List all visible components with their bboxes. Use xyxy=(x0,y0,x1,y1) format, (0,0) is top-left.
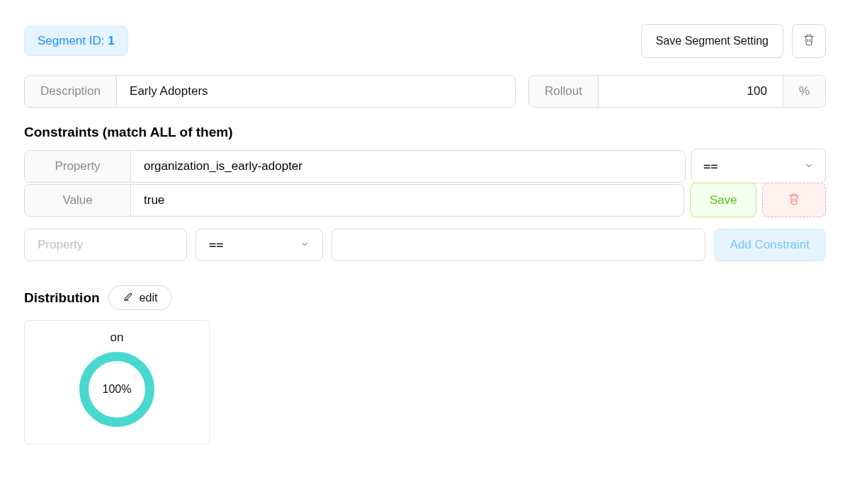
segment-id-number: 1 xyxy=(108,34,114,47)
constraint-operator-select[interactable]: == xyxy=(691,149,826,183)
save-segment-button[interactable]: Save Segment Setting xyxy=(641,24,783,58)
description-group: Description xyxy=(24,75,516,108)
edit-distribution-button[interactable]: edit xyxy=(108,285,173,310)
edit-icon xyxy=(123,291,134,304)
rollout-suffix: % xyxy=(783,76,825,107)
constraint-value-input[interactable] xyxy=(131,185,684,216)
rollout-label: Rollout xyxy=(529,76,599,107)
constraint-property-line: Property == xyxy=(24,149,826,183)
new-constraint-value-input[interactable] xyxy=(332,229,706,261)
rollout-input[interactable] xyxy=(599,76,783,107)
chevron-down-icon xyxy=(300,238,310,252)
trash-icon xyxy=(803,33,815,49)
header-row: Segment ID: 1 Save Segment Setting xyxy=(24,24,826,58)
delete-segment-button[interactable] xyxy=(792,24,826,58)
distribution-percent: 100% xyxy=(103,383,132,396)
constraint-value-box: Value xyxy=(24,184,684,217)
distribution-donut-chart: 100% xyxy=(79,352,154,427)
constraint-value-label: Value xyxy=(25,185,131,216)
new-constraint-operator-select[interactable]: == xyxy=(196,229,323,261)
distribution-card: on 100% xyxy=(24,320,210,445)
constraint-property-label: Property xyxy=(25,151,131,182)
segment-id-badge: Segment ID: 1 xyxy=(24,26,128,56)
distribution-variant-label: on xyxy=(25,331,209,345)
description-label: Description xyxy=(25,76,117,107)
new-constraint-row: == Add Constraint xyxy=(24,229,826,261)
description-input[interactable] xyxy=(117,76,515,107)
add-constraint-button[interactable]: Add Constraint xyxy=(714,229,826,261)
description-rollout-row: Description Rollout % xyxy=(24,75,826,108)
distribution-header-row: Distribution edit xyxy=(24,285,826,310)
edit-distribution-label: edit xyxy=(140,292,158,304)
new-constraint-operator-value: == xyxy=(209,238,223,252)
new-constraint-property-input[interactable] xyxy=(24,229,187,261)
header-actions: Save Segment Setting xyxy=(641,24,826,58)
constraints-heading: Constraints (match ALL of them) xyxy=(24,125,826,140)
constraint-save-button[interactable]: Save xyxy=(690,183,756,217)
chevron-down-icon xyxy=(804,159,814,173)
trash-icon xyxy=(788,193,800,208)
segment-id-prefix: Segment ID: xyxy=(38,34,108,47)
constraint-operator-value: == xyxy=(703,159,718,173)
constraint-delete-button[interactable] xyxy=(762,183,826,217)
constraint-value-line: Value Save xyxy=(24,183,826,217)
constraint-property-input[interactable] xyxy=(131,151,685,182)
rollout-group: Rollout % xyxy=(528,75,826,108)
distribution-heading: Distribution xyxy=(24,290,100,306)
constraint-item: Property == Value Save xyxy=(24,149,826,217)
constraint-property-box: Property xyxy=(24,150,686,183)
